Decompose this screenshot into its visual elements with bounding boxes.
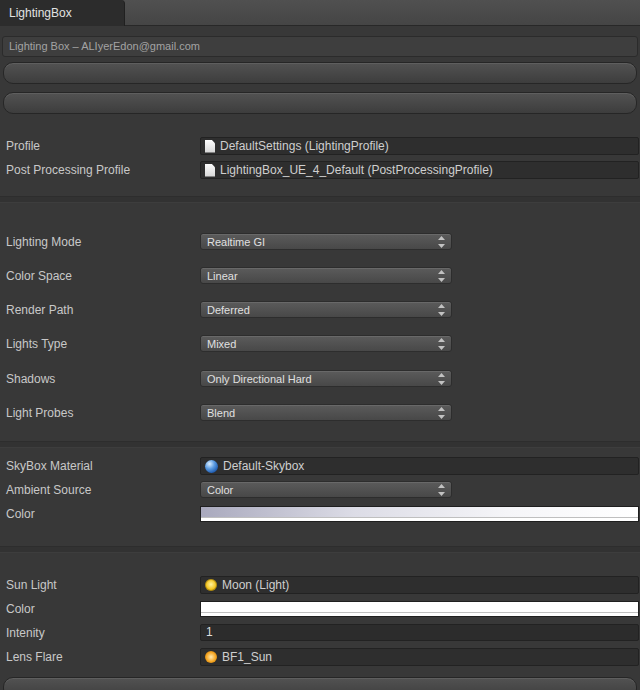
intensity-input[interactable]: 1 [200, 624, 639, 641]
shadows-value: Only Directional Hard [207, 373, 312, 385]
field-row-lights-type: Lights Type Mixed [0, 335, 640, 353]
header-helpbox: Lighting Box – ALIyerEdon@gmail.com [2, 36, 638, 57]
field-row-post-processing: Post Processing Profile LightingBox_UE_4… [0, 161, 640, 179]
skybox-material-value: Default-Skybox [223, 459, 304, 473]
lights-type-dropdown[interactable]: Mixed [200, 335, 452, 352]
field-row-sun-light: Sun Light Moon (Light) [0, 576, 640, 594]
profile-object-value: DefaultSettings (LightingProfile) [220, 139, 389, 153]
post-processing-object-value: LightingBox_UE_4_Default (PostProcessing… [220, 163, 493, 177]
sun-color-swatch[interactable] [200, 601, 639, 617]
field-row-ambient-color: Color [0, 505, 640, 523]
render-path-dropdown[interactable]: Deferred [200, 301, 452, 318]
lightingbox-window: LightingBox Lighting Box – ALIyerEdon@gm… [0, 0, 640, 690]
dropdown-arrows-icon [438, 484, 445, 496]
ambient-color-label: Color [6, 505, 35, 523]
sun-light-label: Sun Light [6, 576, 57, 594]
color-space-label: Color Space [6, 267, 72, 285]
light-probes-dropdown[interactable]: Blend [200, 404, 452, 421]
color-space-value: Linear [207, 270, 238, 282]
field-row-ambient-source: Ambient Source Color [0, 481, 640, 499]
field-row-lens-flare: Lens Flare BF1_Sun [0, 648, 640, 666]
lens-flare-label: Lens Flare [6, 648, 63, 666]
lens-flare-value: BF1_Sun [222, 650, 272, 664]
alpha-bar [201, 612, 638, 616]
post-processing-label: Post Processing Profile [6, 161, 130, 179]
field-row-intensity: Intenity 1 [0, 624, 640, 642]
shadows-label: Shadows [6, 370, 55, 388]
field-row-profile: Profile DefaultSettings (LightingProfile… [0, 137, 640, 155]
dropdown-arrows-icon [438, 304, 445, 316]
section-separator [0, 441, 640, 448]
field-row-light-probes: Light Probes Blend [0, 404, 640, 422]
flare-icon [205, 651, 217, 663]
dropdown-arrows-icon [438, 236, 445, 248]
ambient-source-value: Color [207, 484, 233, 496]
script-icon [205, 140, 215, 153]
dropdown-arrows-icon [438, 338, 445, 350]
dropdown-arrows-icon [438, 407, 445, 419]
field-row-color-space: Color Space Linear [0, 267, 640, 285]
profile-label: Profile [6, 137, 40, 155]
color-space-dropdown[interactable]: Linear [200, 267, 452, 284]
light-probes-label: Light Probes [6, 404, 73, 422]
dropdown-arrows-icon [438, 373, 445, 385]
field-row-sun-color: Color [0, 600, 640, 618]
render-path-label: Render Path [6, 301, 73, 319]
lights-type-value: Mixed [207, 338, 236, 350]
light-probes-value: Blend [207, 407, 235, 419]
section-separator [0, 546, 640, 553]
alpha-bar [201, 517, 638, 521]
shadows-dropdown[interactable]: Only Directional Hard [200, 370, 452, 387]
profile-object-field[interactable]: DefaultSettings (LightingProfile) [200, 137, 639, 155]
tab-lightingbox[interactable]: LightingBox [0, 0, 125, 26]
header-text: Lighting Box – ALIyerEdon@gmail.com [9, 40, 200, 52]
skybox-material-object-field[interactable]: Default-Skybox [200, 457, 639, 475]
material-sphere-icon [205, 460, 218, 473]
lights-type-label: Lights Type [6, 335, 67, 353]
lighting-mode-value: Realtime GI [207, 236, 265, 248]
field-row-render-path: Render Path Deferred [0, 301, 640, 319]
toolbar-button-2[interactable] [3, 92, 637, 114]
ambient-source-dropdown[interactable]: Color [200, 481, 452, 498]
render-path-value: Deferred [207, 304, 250, 316]
dropdown-arrows-icon [438, 270, 445, 282]
tab-bar: LightingBox [0, 0, 640, 26]
skybox-material-label: SkyBox Material [6, 457, 93, 475]
ambient-source-label: Ambient Source [6, 481, 91, 499]
section-separator [0, 196, 640, 203]
lighting-mode-dropdown[interactable]: Realtime GI [200, 233, 452, 250]
sun-light-object-field[interactable]: Moon (Light) [200, 576, 639, 594]
lens-flare-object-field[interactable]: BF1_Sun [200, 648, 639, 666]
field-row-lighting-mode: Lighting Mode Realtime GI [0, 233, 640, 251]
script-icon [205, 164, 215, 177]
sun-color-label: Color [6, 600, 35, 618]
tab-label: LightingBox [9, 6, 72, 20]
intensity-value: 1 [206, 625, 213, 639]
sun-light-value: Moon (Light) [222, 578, 289, 592]
light-icon [205, 579, 217, 591]
toolbar-button-bottom[interactable] [3, 677, 637, 690]
intensity-label: Intenity [6, 624, 45, 642]
field-row-skybox-material: SkyBox Material Default-Skybox [0, 457, 640, 475]
lighting-mode-label: Lighting Mode [6, 233, 81, 251]
field-row-shadows: Shadows Only Directional Hard [0, 370, 640, 388]
ambient-color-swatch[interactable] [200, 506, 639, 522]
toolbar-button-1[interactable] [3, 62, 637, 84]
post-processing-object-field[interactable]: LightingBox_UE_4_Default (PostProcessing… [200, 161, 639, 179]
